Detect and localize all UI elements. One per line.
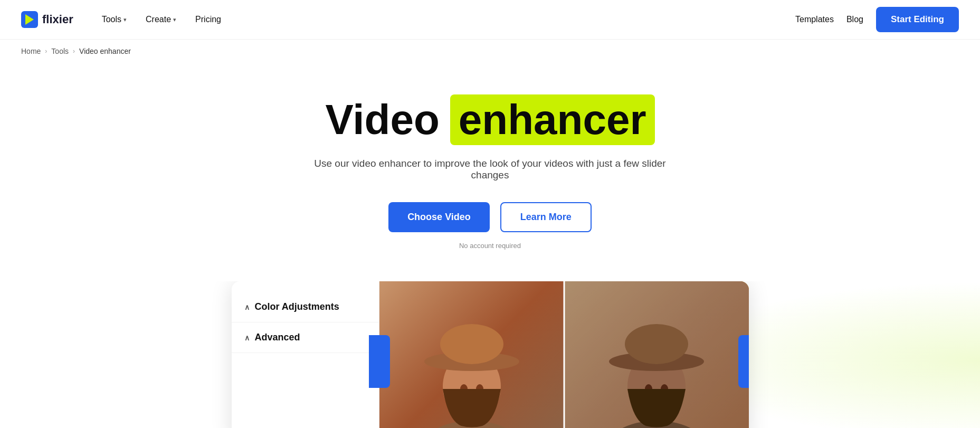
nav-right: Templates Blog Start Editing [795, 7, 959, 32]
nav-create[interactable]: Create ▾ [138, 11, 184, 28]
hero-title-part1: Video [325, 97, 439, 143]
color-adjustments-chevron-icon: ∧ [244, 303, 250, 311]
color-adjustments-label: Color Adjustments [255, 301, 339, 312]
nav-pricing[interactable]: Pricing [188, 11, 229, 28]
advanced-item[interactable]: ∧ Advanced [232, 322, 379, 353]
nav-blog[interactable]: Blog [846, 15, 863, 24]
flixier-logo-icon [21, 11, 38, 28]
create-chevron-icon: ▾ [173, 16, 176, 23]
breadcrumb-current: Video enhancer [79, 47, 131, 55]
demo-video-right [564, 281, 749, 428]
demo-right-handle[interactable] [738, 335, 749, 388]
breadcrumb-separator-2: › [73, 47, 75, 55]
demo-left-handle[interactable] [369, 335, 390, 388]
demo-person-left [379, 281, 564, 428]
navbar: flixier Tools ▾ Create ▾ Pricing Templat… [0, 0, 980, 40]
nav-pricing-label: Pricing [195, 15, 221, 24]
demo-container: ∧ Color Adjustments ∧ Advanced [232, 281, 749, 428]
demo-split-line [563, 281, 565, 428]
nav-templates[interactable]: Templates [795, 15, 834, 24]
hero-title: Video enhancer [325, 94, 654, 145]
demo-video-split [379, 281, 749, 428]
advanced-label: Advanced [255, 332, 300, 343]
hero-buttons: Choose Video Learn More [388, 202, 592, 232]
breadcrumb-tools[interactable]: Tools [51, 47, 69, 55]
svg-point-5 [440, 324, 503, 364]
demo-section: ∧ Color Adjustments ∧ Advanced [0, 281, 980, 428]
choose-video-button[interactable]: Choose Video [388, 202, 490, 232]
advanced-chevron-icon: ∧ [244, 334, 250, 342]
nav-blog-label: Blog [846, 15, 863, 24]
svg-point-11 [625, 324, 688, 364]
nav-create-label: Create [146, 15, 171, 24]
logo-text: flixier [42, 13, 73, 26]
learn-more-button[interactable]: Learn More [500, 202, 592, 232]
start-editing-button[interactable]: Start Editing [876, 7, 959, 32]
color-adjustments-item[interactable]: ∧ Color Adjustments [232, 292, 379, 322]
breadcrumb-separator-1: › [45, 47, 47, 55]
demo-video-left [379, 281, 564, 428]
nav-links: Tools ▾ Create ▾ Pricing [94, 11, 795, 28]
hero-title-highlight: enhancer [450, 94, 655, 145]
nav-templates-label: Templates [795, 15, 834, 24]
breadcrumb-home[interactable]: Home [21, 47, 41, 55]
demo-video-area [379, 281, 749, 428]
demo-wrapper: ∧ Color Adjustments ∧ Advanced [226, 281, 754, 428]
nav-tools-label: Tools [102, 15, 121, 24]
hero-section: Video enhancer Use our video enhancer to… [0, 63, 980, 281]
logo-link[interactable]: flixier [21, 11, 73, 28]
demo-sidebar: ∧ Color Adjustments ∧ Advanced [232, 281, 379, 428]
tools-chevron-icon: ▾ [123, 16, 127, 23]
nav-tools[interactable]: Tools ▾ [94, 11, 134, 28]
demo-person-right [564, 281, 749, 428]
no-account-text: No account required [459, 242, 521, 250]
breadcrumb: Home › Tools › Video enhancer [0, 40, 980, 63]
hero-subtitle: Use our video enhancer to improve the lo… [306, 158, 675, 181]
